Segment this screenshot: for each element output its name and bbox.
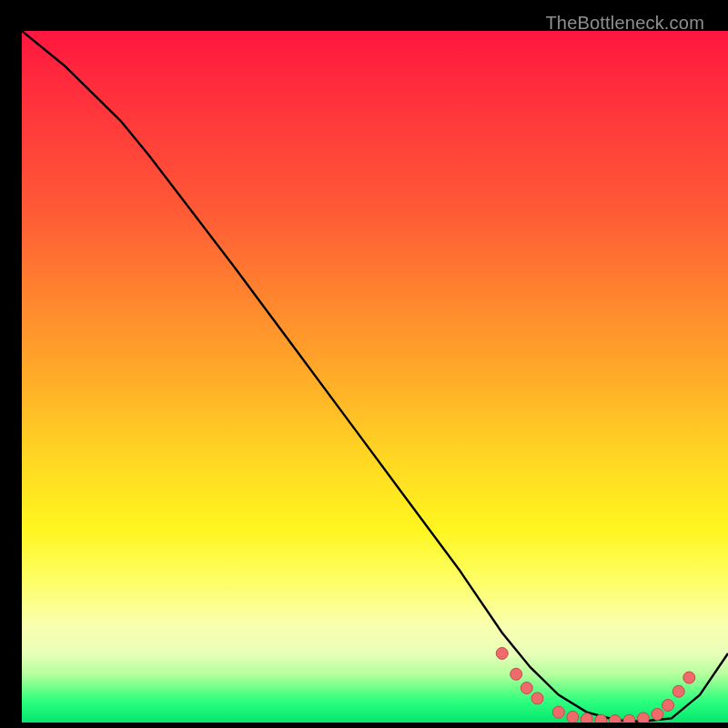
chart-marker — [683, 672, 695, 683]
watermark-text: TheBottleneck.com — [545, 13, 704, 34]
chart-svg — [22, 31, 728, 723]
chart-markers — [496, 648, 695, 723]
chart-marker — [511, 668, 522, 680]
chart-frame: TheBottleneck.com — [11, 11, 717, 717]
chart-marker — [637, 713, 649, 723]
chart-marker — [567, 711, 579, 723]
chart-marker — [662, 700, 674, 712]
chart-marker — [581, 713, 592, 723]
chart-marker — [623, 714, 635, 723]
chart-line — [22, 31, 728, 722]
chart-marker — [672, 685, 684, 697]
chart-marker — [552, 706, 564, 718]
chart-marker — [496, 648, 508, 660]
chart-marker — [521, 682, 532, 694]
chart-marker — [609, 715, 621, 723]
chart-marker — [531, 693, 543, 704]
chart-marker — [652, 708, 663, 720]
chart-plot-area — [22, 31, 728, 723]
chart-marker — [595, 714, 607, 723]
